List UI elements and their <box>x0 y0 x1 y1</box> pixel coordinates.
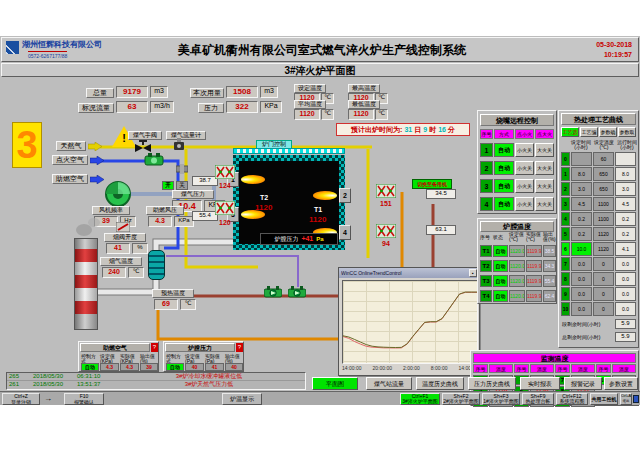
smoke-valve-unit: % <box>132 243 148 254</box>
fan-on-indicator[interactable]: 开 <box>162 181 174 190</box>
process-set-temp-cell[interactable]: 650 <box>593 182 614 196</box>
nav-alarm-record-button[interactable]: 报警记录 <box>564 377 602 390</box>
zone-sv-value[interactable]: 1120.0 <box>509 245 525 257</box>
process-cancel-button[interactable]: 参数取消 <box>618 127 636 137</box>
monitor-col-no: 序号 <box>596 364 611 373</box>
screen-key-f12[interactable]: Ctrl+F12 系统流程图 <box>556 393 588 405</box>
reversing-valve-left-bottom-icon[interactable] <box>215 201 235 215</box>
zone-sv-value[interactable]: 1120.0 <box>509 290 525 302</box>
process-set-time-cell[interactable]: 0.2 <box>571 212 592 226</box>
process-set-time-cell[interactable]: 0.0 <box>571 302 592 316</box>
pressure-mode-button[interactable]: 自动 <box>166 363 184 371</box>
process-set-temp-cell[interactable]: 0 <box>593 272 614 286</box>
process-edit-button[interactable]: 工艺编制 <box>580 127 598 137</box>
process-run-time-cell: 8.0 <box>615 167 636 181</box>
nav-plan-button[interactable]: 平面图 <box>312 377 358 390</box>
process-set-temp-cell[interactable]: 650 <box>593 167 614 181</box>
alarm-ack-key[interactable]: F10 报警确认 <box>64 393 104 405</box>
process-select-button[interactable]: 工艺选择 <box>561 127 579 137</box>
burner-mode-button[interactable]: 自动 <box>494 179 514 193</box>
burner-mode-button[interactable]: 自动 <box>494 143 514 157</box>
exit-system-key[interactable]: Ctrl+Alt+F12 退出系统 <box>620 393 632 405</box>
trend-window-button[interactable]: ▪ <box>469 269 477 277</box>
screen-key-f2[interactable]: Sh+F2 2#淬火炉平面图 <box>442 393 480 405</box>
zone-mode-button[interactable]: 自动 <box>493 260 508 272</box>
nav-param-set-button[interactable]: 参数设置 <box>604 377 638 390</box>
zone-row-no: T1 <box>480 245 492 257</box>
alarm-row[interactable]: 261 2018/05/30 13:51:37 3#炉天然气压力低 <box>7 381 305 389</box>
air-sv-value[interactable]: 4.3 <box>100 363 119 371</box>
pressure-panel-help-button[interactable]: ? <box>236 343 243 352</box>
burner-big-fire-button[interactable]: 大火关 <box>535 143 554 157</box>
zone-sv-value[interactable]: 1120.0 <box>509 260 525 272</box>
process-set-temp-cell[interactable]: 0 <box>593 287 614 301</box>
shared-pc-key[interactable]: 共用工控机 <box>590 393 618 405</box>
burner-small-fire-button[interactable]: 小火关 <box>515 143 534 157</box>
burner-big-fire-button[interactable]: 大火关 <box>535 161 554 175</box>
nav-pressure-history-button[interactable]: 压力历史曲线 <box>468 377 516 390</box>
login-key[interactable]: Ctrl+Z 登录注销 <box>2 393 40 405</box>
preheat-temp-label: 预热温度 <box>152 289 194 298</box>
burner-2[interactable]: 2 <box>339 188 351 203</box>
combustion-air-arrow-icon <box>90 175 104 184</box>
zone-mode-button[interactable]: 自动 <box>493 290 508 302</box>
nav-temp-history-button[interactable]: 温度历史曲线 <box>416 377 464 390</box>
switch-backup-button[interactable]: 切换至备用机 <box>412 179 452 189</box>
process-set-time-cell[interactable]: 0.2 <box>571 227 592 241</box>
burner-big-fire-button[interactable]: 大火关 <box>535 179 554 193</box>
burner-small-fire-button[interactable]: 小火关 <box>515 161 534 175</box>
reversing-valve-right-top-icon[interactable] <box>376 184 396 198</box>
screen-key-f9[interactable]: Sh+F9 热处理台帐 <box>522 393 554 405</box>
process-set-time-cell[interactable]: 0.0 <box>571 272 592 286</box>
alarm-message: 3#炉冷却水缓冲罐液位低 <box>113 373 305 380</box>
gas-pressure-panel-label: 煤气压力 <box>172 190 214 199</box>
nav-gas-station-button[interactable]: 煤气站流量 <box>366 377 412 390</box>
screen-key-f1[interactable]: Ctrl+F1 3#淬火炉平面图 <box>400 393 440 405</box>
temp-display-key[interactable]: 炉温显示 <box>222 393 262 405</box>
process-set-time-cell[interactable]: 4.5 <box>571 197 592 211</box>
process-set-time-cell[interactable]: 3.0 <box>571 182 592 196</box>
process-set-temp-cell[interactable]: 1100 <box>593 212 614 226</box>
eta-min: 16 <box>438 126 446 134</box>
key-label: 1#淬火炉平面图 <box>483 399 519 404</box>
burner-small-fire-button[interactable]: 小火关 <box>515 179 534 193</box>
process-set-time-cell[interactable]: 0.0 <box>571 287 592 301</box>
alarm-row[interactable]: 265 2018/05/30 06:31:10 3#炉冷却水缓冲罐液位低 <box>7 373 305 381</box>
process-set-time-cell[interactable] <box>571 152 592 166</box>
process-set-temp-cell[interactable]: 0 <box>593 257 614 271</box>
pressure-sv-value[interactable]: 40 <box>185 363 204 371</box>
burner-4[interactable]: 4 <box>339 225 351 240</box>
reversing-valve-left-top-icon[interactable] <box>215 165 235 179</box>
process-set-temp-cell[interactable]: 0 <box>593 302 614 316</box>
process-set-time-cell[interactable]: 10.0 <box>571 242 592 256</box>
process-set-time-cell[interactable]: 0.0 <box>571 257 592 271</box>
fan-off-indicator[interactable]: 关 <box>176 181 188 190</box>
nav-report-button[interactable]: 实时报表 <box>520 377 560 390</box>
air-mode-button[interactable]: 自动 <box>81 363 99 371</box>
zone-mode-button[interactable]: 自动 <box>493 245 508 257</box>
screen-key-f3[interactable]: Sh+F3 1#淬火炉平面图 <box>482 393 520 405</box>
reversing-valve-right-bottom-icon[interactable] <box>376 224 396 238</box>
zone-sv-value[interactable]: 1120.0 <box>509 275 525 287</box>
hand-valve-icon[interactable] <box>134 140 152 152</box>
alarm-list[interactable]: 265 2018/05/30 06:31:10 3#炉冷却水缓冲罐液位低 261… <box>6 372 306 390</box>
zone-temp-panel: 炉膛温度 序号 状态 设定值(℃) 实际值(℃) 输出值(%) T1 自动 11… <box>477 218 557 304</box>
burner-small-fire-button[interactable]: 小火关 <box>515 197 534 211</box>
burner-mode-button[interactable]: 自动 <box>494 161 514 175</box>
burner-big-fire-button[interactable]: 大火关 <box>535 197 554 211</box>
max-temp-label: 最高温度 <box>348 84 380 93</box>
burner-mode-button[interactable]: 自动 <box>494 197 514 211</box>
process-set-time-cell[interactable]: 8.0 <box>571 167 592 181</box>
process-confirm-button[interactable]: 参数确认 <box>599 127 617 137</box>
process-set-temp-cell[interactable]: 60 <box>593 152 614 166</box>
zone-mode-button[interactable]: 自动 <box>493 275 508 287</box>
gas-batch-unit: m3 <box>260 86 278 98</box>
air-panel-help-button[interactable]: ? <box>151 343 158 352</box>
process-set-temp-cell[interactable]: 1120 <box>593 242 614 256</box>
process-set-temp-cell[interactable]: 1100 <box>593 197 614 211</box>
trend-titlebar[interactable]: WinCC OnlineTrendControl ▪ <box>339 268 479 278</box>
combustion-fan-icon[interactable] <box>104 180 132 208</box>
smoke-valve-actuator-icon[interactable] <box>116 222 130 232</box>
total-remain-label: 总剩余时间(小时) <box>562 334 614 340</box>
process-set-temp-cell[interactable]: 1120 <box>593 227 614 241</box>
